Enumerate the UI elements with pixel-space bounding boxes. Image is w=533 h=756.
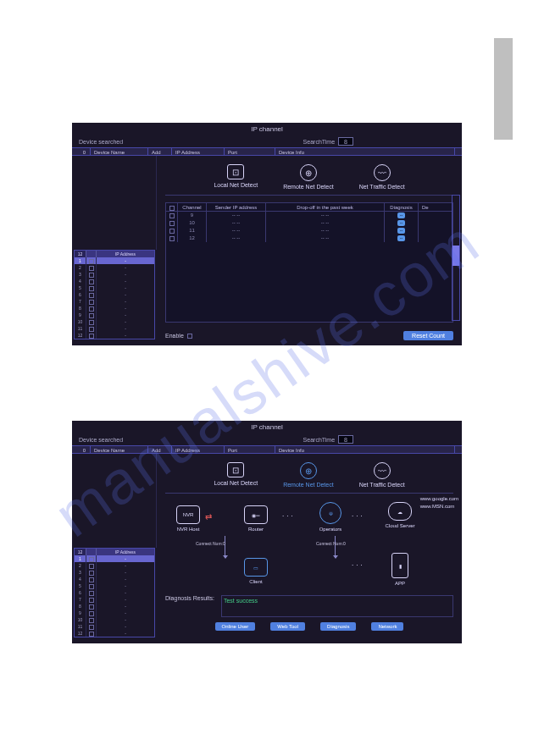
- page-side-tab: [494, 38, 513, 140]
- enable-label: Enable: [165, 333, 184, 339]
- nvr-icon: NVR: [176, 505, 200, 524]
- ip-list-row[interactable]: 6-: [75, 291, 154, 298]
- ip-list-row[interactable]: 11-: [75, 325, 154, 332]
- ip-list-header: 12 IP Address: [75, 251, 154, 257]
- col-diagnosis: Diagnosis: [385, 203, 419, 211]
- diagnosis-results: Diagnosis Results: Test success: [165, 595, 453, 617]
- ip-list-row[interactable]: 9-: [75, 312, 154, 318]
- ip-list-row[interactable]: 3-: [75, 271, 154, 278]
- ip-list-row[interactable]: 8-: [75, 305, 154, 312]
- scrollbar[interactable]: [452, 195, 460, 321]
- table-row[interactable]: 10-- ---- ----: [166, 219, 452, 227]
- ip-list-row[interactable]: 6-: [75, 589, 154, 596]
- table-row[interactable]: 11-- ---- ----: [166, 227, 452, 235]
- bottom-buttons: Online User Web Tool Diagnosis Network: [165, 622, 453, 631]
- search-time-input[interactable]: 8: [338, 137, 353, 146]
- row-checkbox[interactable]: [169, 236, 175, 241]
- search-time-label: SearchTime: [303, 139, 335, 145]
- web-tool-button[interactable]: Web Tool: [270, 622, 305, 631]
- col-add[interactable]: Add: [148, 148, 172, 155]
- select-all-checkbox[interactable]: [169, 206, 175, 211]
- col-device-info[interactable]: Device Info: [275, 148, 455, 155]
- col-count: 0: [79, 148, 91, 155]
- node-operators: ⟱ Operators: [308, 502, 353, 532]
- detect-tabs: ⊡ Local Net Detect ⊕ Remote Net Detect 〰…: [165, 462, 453, 494]
- local-detect-icon: ⊡: [227, 164, 244, 179]
- ip-list-row[interactable]: 4-: [75, 576, 154, 582]
- tab-net-traffic-detect[interactable]: 〰 Net Traffic Detect: [359, 164, 405, 190]
- channel-dropoff-table: Channel Sender IP address Drop-off in th…: [165, 202, 453, 323]
- diag-result-value: Test success: [224, 598, 258, 604]
- row-checkbox[interactable]: [89, 334, 94, 339]
- diag-badge[interactable]: --: [397, 235, 405, 241]
- globe-icon: ⊕: [300, 164, 317, 181]
- ip-list-row[interactable]: 8-: [75, 603, 154, 610]
- table-row[interactable]: 12-- ---- ----: [166, 235, 452, 242]
- row-checkbox[interactable]: [169, 221, 175, 226]
- diag-result-box: Test success: [221, 595, 453, 617]
- col-ip[interactable]: IP Address: [172, 148, 225, 155]
- ip-list-row[interactable]: 1-: [75, 555, 154, 562]
- local-detect-icon: ⊡: [227, 462, 244, 477]
- network-button[interactable]: Network: [371, 622, 403, 631]
- cloud-icon: ☁: [388, 502, 412, 521]
- ip-list-row[interactable]: 4-: [75, 278, 154, 284]
- ip-list-row[interactable]: 11-: [75, 623, 154, 630]
- tab-net-traffic-detect[interactable]: 〰 Net Traffic Detect: [359, 462, 405, 488]
- ip-list-row[interactable]: 9-: [75, 610, 154, 616]
- ip-list-row[interactable]: 10-: [75, 616, 154, 623]
- row-checkbox[interactable]: [89, 632, 94, 637]
- dots-icon: ···: [282, 512, 296, 520]
- col-device-name[interactable]: Device Name: [91, 148, 148, 155]
- network-diagram: www.google.com www.MSN.com NVR NVR Host …: [165, 500, 453, 593]
- ip-list-row[interactable]: 10-: [75, 318, 154, 325]
- down-arrow-icon: [225, 536, 238, 558]
- col-count: 0: [79, 446, 91, 453]
- ip-list-row[interactable]: 7-: [75, 596, 154, 603]
- ip-list-header-label: IP Address: [97, 549, 154, 555]
- ip-list-row[interactable]: 7-: [75, 298, 154, 305]
- enable-checkbox[interactable]: [187, 334, 192, 339]
- row-checkbox[interactable]: [169, 229, 175, 234]
- ip-list-row[interactable]: 12-: [75, 630, 154, 637]
- diag-badge[interactable]: --: [397, 220, 405, 226]
- device-searched-label: Device searched: [79, 139, 180, 145]
- reset-count-button[interactable]: Reset Count: [403, 331, 453, 340]
- tab-remote-net-detect[interactable]: ⊕ Remote Net Detect: [283, 164, 334, 190]
- device-searched-label: Device searched: [79, 437, 180, 443]
- ip-list-row[interactable]: 2-: [75, 264, 154, 271]
- device-list-header: 0 Device Name Add IP Address Port Device…: [72, 445, 462, 454]
- diag-badge[interactable]: --: [397, 212, 405, 218]
- globe-icon: ⊕: [300, 462, 317, 479]
- ip-list-row[interactable]: 2-: [75, 562, 154, 569]
- col-add[interactable]: Add: [148, 446, 172, 453]
- scrollbar-thumb[interactable]: [452, 246, 459, 266]
- table-row[interactable]: 9-- ---- ----: [166, 212, 452, 219]
- ip-list-row[interactable]: 1-: [75, 257, 154, 264]
- tab-local-net-detect[interactable]: ⊡ Local Net Detect: [214, 164, 258, 190]
- ip-list-header-label: IP Address: [97, 251, 154, 257]
- connect-num-1: Connect Num:0: [196, 541, 226, 547]
- search-time-input[interactable]: 8: [338, 435, 353, 444]
- diag-badge[interactable]: --: [397, 228, 405, 234]
- tab-local-net-detect[interactable]: ⊡ Local Net Detect: [214, 462, 258, 488]
- ip-list-row[interactable]: 12-: [75, 332, 154, 339]
- node-nvr-host: NVR NVR Host: [165, 505, 211, 532]
- ip-list-row[interactable]: 3-: [75, 569, 154, 576]
- window-title: IP channel: [72, 123, 462, 135]
- online-user-button[interactable]: Online User: [215, 622, 256, 631]
- diagnosis-button[interactable]: Diagnosis: [320, 622, 356, 631]
- tab-remote-net-detect[interactable]: ⊕ Remote Net Detect: [283, 462, 334, 488]
- row-checkbox[interactable]: [169, 213, 175, 218]
- col-port[interactable]: Port: [225, 446, 275, 453]
- left-panel: 12 IP Address 1-2-3-4-5-6-7-8-9-10-11-12…: [72, 454, 157, 639]
- col-sender-ip: Sender IP address: [207, 203, 266, 211]
- ip-list-count: 12: [75, 251, 86, 257]
- col-device-info[interactable]: Device Info: [275, 446, 455, 453]
- col-device-name[interactable]: Device Name: [91, 446, 148, 453]
- col-ip[interactable]: IP Address: [172, 446, 225, 453]
- node-router: ◉═ Router: [233, 505, 279, 532]
- col-port[interactable]: Port: [225, 148, 275, 155]
- ip-list-row[interactable]: 5-: [75, 284, 154, 291]
- ip-list-row[interactable]: 5-: [75, 582, 154, 589]
